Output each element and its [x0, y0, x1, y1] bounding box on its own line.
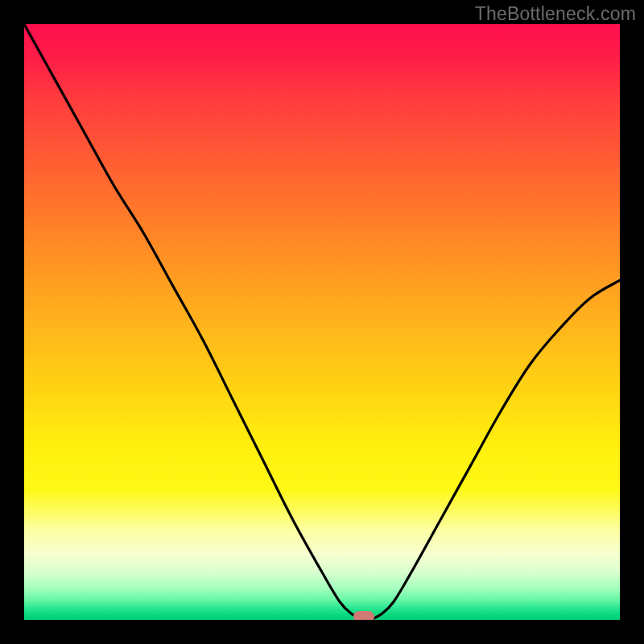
watermark-text: TheBottleneck.com — [475, 3, 636, 25]
plot-area — [24, 24, 620, 620]
optimal-marker — [353, 611, 374, 620]
bottleneck-curve — [24, 24, 620, 620]
chart-frame: TheBottleneck.com — [0, 0, 644, 644]
curve-svg — [24, 24, 620, 620]
